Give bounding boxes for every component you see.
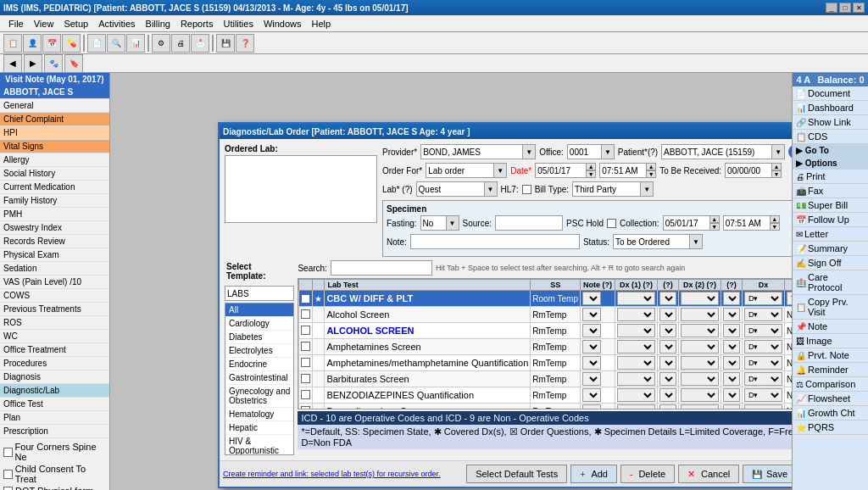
sidebar-item-chief-complaint[interactable]: Chief Complaint xyxy=(0,113,109,126)
row-dx-select[interactable]: D▾ xyxy=(744,340,782,354)
row-dx-select[interactable]: D▾ xyxy=(744,356,782,370)
toolbar-btn-6[interactable]: 🔍 xyxy=(107,34,125,53)
fasting-input[interactable] xyxy=(420,215,446,231)
checkbox-four-corners[interactable] xyxy=(3,448,13,457)
row-dx-select[interactable]: D▾ xyxy=(744,372,782,386)
menu-billing[interactable]: Billing xyxy=(141,17,175,31)
menu-setup[interactable]: Setup xyxy=(58,17,93,31)
table-row[interactable]: Barbiturates Screen RmTemp D▾ Not Req xyxy=(299,371,792,387)
row-note-select[interactable] xyxy=(582,388,601,402)
menu-help[interactable]: Help xyxy=(307,17,337,31)
row-dx-cell[interactable]: D▾ xyxy=(743,307,785,323)
row-checkbox-cell[interactable] xyxy=(299,355,313,371)
row-dx-select[interactable]: D▾ xyxy=(744,324,782,337)
row-dx2-cell[interactable] xyxy=(679,291,721,307)
status-input[interactable] xyxy=(613,234,689,249)
row-dx2-check-cell[interactable] xyxy=(721,291,743,307)
row-checkbox[interactable] xyxy=(301,326,310,335)
row-dx1-cell[interactable] xyxy=(615,307,658,323)
row-dx2-check-select[interactable] xyxy=(723,340,740,354)
right-panel-show-link[interactable]: 🔗 Show Link xyxy=(793,115,868,130)
second-toolbar-btn-2[interactable]: ▶ xyxy=(24,54,42,73)
row-dx1-check-select[interactable] xyxy=(659,308,676,321)
template-item-hiv[interactable]: HIV & Opportunistic Infections xyxy=(225,435,293,455)
template-item-hepatic[interactable]: Hepatic xyxy=(225,421,293,435)
row-specimen-cell[interactable]: Not Req xyxy=(785,307,793,323)
psc-hold-checkbox[interactable] xyxy=(607,219,616,228)
row-dx-cell[interactable]: D▾ xyxy=(743,371,785,387)
toolbar-btn-8[interactable]: ⚙ xyxy=(152,34,170,53)
template-input[interactable] xyxy=(225,286,294,301)
collection-date-spinner[interactable]: ▲ ▼ xyxy=(663,215,720,231)
sidebar-item-cows[interactable]: COWS xyxy=(0,289,109,303)
row-dx1-cell[interactable] xyxy=(615,371,658,387)
patient-input[interactable] xyxy=(661,144,771,159)
office-input[interactable] xyxy=(567,144,601,159)
table-row[interactable]: ✓ ★ CBC W/ DIFF & PLT Room Temp D▾ To be… xyxy=(299,291,792,307)
bill-type-combo[interactable]: ▼ xyxy=(572,181,654,197)
row-dx2-select[interactable] xyxy=(681,292,719,305)
row-note-select[interactable] xyxy=(582,356,601,370)
row-specimen-cell[interactable]: Not Req xyxy=(785,371,793,387)
collection-time-up[interactable]: ▲ xyxy=(770,215,780,223)
table-row[interactable]: Alcohol Screen RmTemp D▾ Not Req xyxy=(299,307,792,323)
row-dx1-cell[interactable] xyxy=(615,404,658,410)
collection-time-down[interactable]: ▼ xyxy=(770,223,780,231)
fasting-combo[interactable]: ▼ xyxy=(420,215,459,231)
row-note-cell[interactable] xyxy=(581,339,615,355)
right-panel-comparison[interactable]: ⚖ Comparison xyxy=(793,377,868,392)
row-specimen-cell[interactable]: Not Req xyxy=(785,404,793,410)
row-dx2-check-select[interactable] xyxy=(723,356,740,370)
row-checkbox[interactable]: ✓ xyxy=(301,294,310,303)
collection-time-spinner[interactable]: ▲ ▼ xyxy=(723,215,780,231)
row-dx1-check-cell[interactable] xyxy=(658,291,679,307)
right-panel-super-bill[interactable]: 💵 Super Bill xyxy=(793,198,868,213)
row-dx2-check-select[interactable] xyxy=(723,388,740,402)
template-item-gynecology[interactable]: Gynecology and Obstetrics xyxy=(225,385,293,408)
row-checkbox[interactable] xyxy=(301,406,310,410)
time-spinner[interactable]: ▲ ▼ xyxy=(599,163,656,178)
lab-input[interactable] xyxy=(416,181,484,197)
row-dx1-select[interactable] xyxy=(617,324,655,337)
row-dx1-check-select[interactable] xyxy=(659,292,676,305)
row-dx2-select[interactable] xyxy=(681,340,719,354)
row-checkbox-cell[interactable]: ✓ xyxy=(299,291,313,307)
provider-combo[interactable]: ▼ xyxy=(420,144,536,159)
source-input[interactable] xyxy=(495,215,563,231)
sidebar-item-office-test[interactable]: Office Test xyxy=(0,398,109,411)
row-specimen-cell[interactable]: Not Req xyxy=(785,387,793,404)
sidebar-item-hpi[interactable]: HPI xyxy=(0,126,109,140)
row-note-select[interactable] xyxy=(582,308,601,321)
row-dx1-select[interactable] xyxy=(617,308,655,321)
row-note-cell[interactable] xyxy=(581,323,615,339)
template-item-all[interactable]: All xyxy=(225,303,293,317)
table-row[interactable]: Amphetamines/methamphetamine Quantificat… xyxy=(299,355,792,371)
fasting-dropdown-btn[interactable]: ▼ xyxy=(446,215,459,231)
table-row[interactable]: ALCOHOL SCREEN RmTemp D▾ Not Req xyxy=(299,323,792,339)
row-dx1-check-select[interactable] xyxy=(659,372,676,386)
row-dx2-check-cell[interactable] xyxy=(721,387,743,404)
row-checkbox[interactable] xyxy=(301,374,310,383)
row-note-select[interactable] xyxy=(582,372,601,386)
row-note-select[interactable] xyxy=(582,404,601,409)
patient-info-icon[interactable]: i xyxy=(788,145,792,159)
sidebar-item-diagnosis[interactable]: Diagnosis xyxy=(0,370,109,384)
row-dx2-cell[interactable] xyxy=(679,355,721,371)
search-input[interactable] xyxy=(331,260,432,276)
sidebar-item-allergy[interactable]: Allergy xyxy=(0,153,109,167)
row-dx2-check-cell[interactable] xyxy=(721,355,743,371)
second-toolbar-btn-1[interactable]: ◀ xyxy=(3,54,22,73)
row-note-cell[interactable] xyxy=(581,404,615,410)
right-panel-document[interactable]: 📄 Document xyxy=(793,86,868,101)
row-specimen-cell[interactable]: Not Req xyxy=(785,355,793,371)
collection-date-down[interactable]: ▼ xyxy=(709,223,720,231)
row-checkbox-cell[interactable] xyxy=(299,371,313,387)
row-dx1-check-select[interactable] xyxy=(659,324,676,337)
row-dx2-cell[interactable] xyxy=(679,404,721,410)
patient-combo[interactable]: ▼ xyxy=(661,144,785,159)
footer-link[interactable]: Create reminder and link: selected lab t… xyxy=(223,470,463,478)
row-dx1-check-select[interactable] xyxy=(659,404,676,409)
right-panel-prvt-note[interactable]: 🔒 Prvt. Note xyxy=(793,348,868,363)
received-up[interactable]: ▲ xyxy=(771,163,782,170)
right-panel-pqrs[interactable]: ⭐ PQRS xyxy=(793,420,868,435)
